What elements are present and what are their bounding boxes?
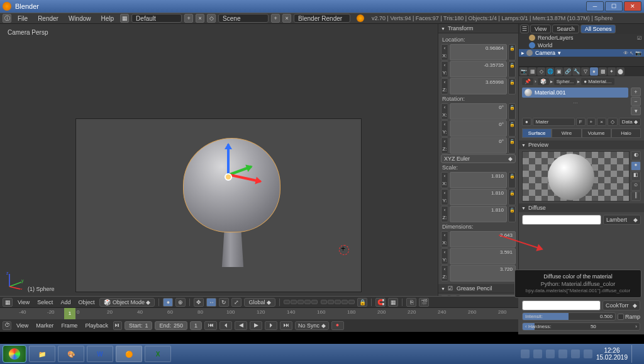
restrict-icon[interactable]: ☑ [637,35,641,41]
keyframe-next-button[interactable]: ⏵ [265,321,277,330]
lock-icon[interactable]: 🔓 [508,172,516,188]
timeline-type-icon[interactable]: ⏱ [3,321,11,330]
tab-world[interactable]: 🌐 [546,67,554,76]
bc-object[interactable]: Spher... [554,78,577,85]
menu-add[interactable]: Add [58,299,73,305]
location-x-field[interactable]: 0.96864 [450,44,507,60]
screen-layout-field[interactable]: Default [131,14,182,23]
menu-object[interactable]: Object [75,299,97,305]
tab-renderlayers[interactable]: ▦ [528,67,536,76]
lock-icon[interactable]: 🔓 [508,78,516,94]
diffuse-color-swatch[interactable] [522,215,601,225]
tl-menu-playback[interactable]: Playback [82,322,111,329]
tab-render[interactable]: 📷 [519,67,528,76]
menu-file[interactable]: File [14,15,31,22]
cursor-icon[interactable]: ↖ [630,50,634,56]
tab-material[interactable]: ● [590,67,598,76]
panel-transform-header[interactable]: Transform [438,24,518,33]
tab-surface[interactable]: Surface [522,128,552,138]
eye-icon[interactable]: 👁 [623,50,628,56]
menu-window[interactable]: Window [65,15,95,22]
tray-app2-icon[interactable] [584,350,592,358]
manipulator-rotate[interactable]: ↻ [219,298,229,307]
orientation-dropdown[interactable]: Global ◆ [244,298,275,307]
scale-x-field[interactable]: 1.810 [450,172,507,188]
panel-preview-header[interactable]: Preview [519,140,644,149]
bc-material[interactable]: ● Material.... [581,78,614,85]
material-add-button[interactable]: + [587,118,596,126]
menu-select[interactable]: Select [35,299,55,305]
layers-widget[interactable] [284,300,355,304]
material-browse-icon[interactable]: ● [522,118,531,126]
outliner-view-menu[interactable]: View [530,25,551,33]
tray-network-icon[interactable] [546,350,555,358]
scene-add-button[interactable]: + [271,14,280,23]
slot-menu-button[interactable]: ▾ [631,106,641,115]
keyframe-prev-button[interactable]: ⏴ [219,321,232,330]
specular-color-swatch[interactable] [522,300,601,310]
scene-del-button[interactable]: × [282,14,291,23]
outliner-search-menu[interactable]: Search [552,25,579,33]
outliner-item-world[interactable]: World [519,42,644,49]
shading-solid-icon[interactable]: ● [163,298,173,307]
diffuse-shader-dropdown[interactable]: Lambert◆ [603,215,641,225]
render-border-icon[interactable]: ⎘ [406,298,416,307]
tab-object[interactable]: ▣ [555,67,563,76]
tab-modifiers[interactable]: 🔧 [572,67,580,76]
rotation-y-field[interactable]: 0° [450,120,507,137]
playhead[interactable]: 1 [64,308,75,319]
taskbar-explorer[interactable]: 📁 [29,346,55,362]
rotation-z-field[interactable]: 0° [450,137,507,154]
lock-icon[interactable]: 🔓 [508,189,516,205]
manipulator-toggle[interactable]: ✥ [194,298,204,307]
tray-flag-icon[interactable] [533,350,542,358]
preview-monkey-button[interactable]: ☺ [631,181,641,191]
material-slot[interactable]: Material.001 [522,88,628,98]
lock-icon[interactable]: 🔓 [508,44,516,60]
material-unlink-button[interactable]: × [597,118,606,126]
pivot-dropdown[interactable]: ⊕ [175,298,186,307]
lock-icon[interactable]: 🔓 [508,103,516,120]
menu-render[interactable]: Render [34,15,62,22]
snap-toggle-icon[interactable]: 🧲 [375,298,386,307]
scene-field[interactable]: Scene [218,14,269,23]
show-desktop-button[interactable] [631,345,636,363]
location-y-field[interactable]: -0.35735 [450,61,507,77]
sync-dropdown[interactable]: No Sync ◆ [295,321,329,330]
intensity-slider[interactable]: Intensit:0.500 [522,312,616,321]
scene-browse-icon[interactable]: ◇ [207,14,216,23]
tab-constraints[interactable]: 🔗 [564,67,572,76]
location-z-field[interactable]: 3.65998 [450,78,507,94]
dim-z-field[interactable]: 3.720 [450,265,516,282]
lock-icon[interactable]: 🔓 [508,206,516,222]
gl-render-icon[interactable]: 🎬 [419,298,429,307]
menu-help[interactable]: Help [97,15,118,22]
snap-type-dropdown[interactable]: ▦ [388,298,398,307]
tab-scene[interactable]: ◇ [537,67,545,76]
bc-pin-icon[interactable]: 📌 [522,78,533,85]
mode-dropdown[interactable]: 🎲 Object Mode ◆ [99,298,155,307]
tab-halo[interactable]: Halo [611,128,641,138]
preview-flat-button[interactable]: ◐ [631,151,641,161]
rotation-mode-dropdown[interactable]: XYZ Euler◆ [441,154,516,163]
outliner-item-renderlayers[interactable]: RenderLayers☑ [519,34,644,42]
rotation-x-field[interactable]: 0° [450,103,507,120]
lock-camera-icon[interactable]: 🔒 [357,298,367,307]
tab-volume[interactable]: Volume [582,128,611,138]
panel-diffuse-header[interactable]: Diffuse [519,203,644,212]
tl-menu-frame[interactable]: Frame [58,322,80,329]
current-frame-field[interactable]: 1 [190,321,202,330]
taskbar-paint[interactable]: 🎨 [58,346,84,362]
tl-menu-marker[interactable]: Marker [33,322,56,329]
specular-shader-dropdown[interactable]: CookTorr◆ [602,300,640,310]
preview-sphere-button[interactable]: ● [631,161,641,171]
maximize-button[interactable]: ☐ [605,1,623,11]
outliner-item-camera[interactable]: ▸Camera▾👁↖📷 [519,49,644,57]
render-engine-field[interactable]: Blender Render [294,14,350,23]
taskbar-excel[interactable]: X [145,346,171,362]
dim-y-field[interactable]: 3.591 [450,248,516,264]
tab-data[interactable]: ▽ [581,67,589,76]
lock-icon[interactable]: 🔓 [508,61,516,77]
scale-z-field[interactable]: 1.810 [450,206,507,222]
tray-app1-icon[interactable] [571,350,580,358]
